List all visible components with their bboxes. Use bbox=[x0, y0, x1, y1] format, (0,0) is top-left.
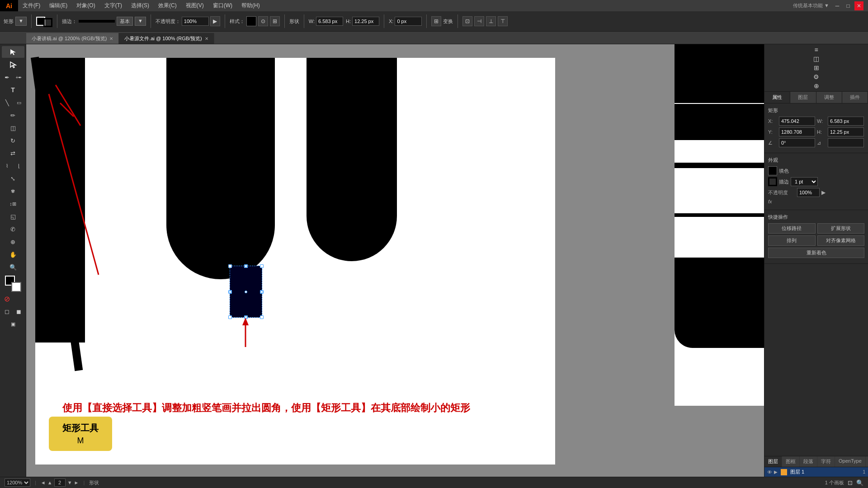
tool-direct-select[interactable] bbox=[2, 59, 24, 70]
btn-expand-shape[interactable]: 扩展形状 bbox=[817, 223, 865, 234]
nav-last[interactable]: ► bbox=[74, 480, 79, 485]
nav-first[interactable]: ◄ bbox=[41, 480, 46, 485]
btn-arrange[interactable]: 排列 bbox=[768, 235, 816, 246]
tool-text[interactable]: T bbox=[2, 84, 24, 96]
artboard-tool[interactable]: ▣ bbox=[2, 318, 24, 330]
opacity-input[interactable] bbox=[182, 17, 209, 26]
style-preview[interactable] bbox=[246, 16, 256, 26]
nav-prev[interactable]: ▲ bbox=[47, 480, 52, 485]
tool-hand[interactable]: ✋ bbox=[2, 249, 24, 260]
tool-line[interactable]: ╲ bbox=[2, 97, 13, 108]
stroke-weight-select[interactable]: 1 pt bbox=[791, 177, 818, 186]
tool-anchor[interactable]: +✒ bbox=[14, 71, 24, 83]
coord-h-input[interactable] bbox=[828, 127, 864, 136]
layers-tab-layers[interactable]: 图层 bbox=[764, 456, 782, 467]
style-options[interactable]: ⊙ bbox=[258, 16, 268, 26]
tab-1[interactable]: 小暑源文件.ai @ 100% (RGB/预览) ✕ bbox=[119, 33, 214, 44]
stroke-width-selector[interactable]: ▼ bbox=[135, 17, 146, 26]
angle-input[interactable] bbox=[779, 138, 815, 147]
selected-object[interactable] bbox=[230, 266, 262, 318]
stroke-style-selector[interactable]: 基本 bbox=[117, 17, 133, 26]
tool-eyedropper[interactable]: ✆ bbox=[2, 223, 24, 235]
tool-scale[interactable]: ⤡ bbox=[2, 173, 24, 184]
normal-view[interactable]: ◻ bbox=[2, 305, 13, 317]
background-color[interactable] bbox=[11, 282, 21, 292]
width-input[interactable] bbox=[316, 17, 343, 26]
opacity-toggle[interactable]: ▶ bbox=[210, 16, 220, 26]
layers-tab-frames[interactable]: 图框 bbox=[782, 456, 800, 467]
panel-tab-adjust[interactable]: 调整 bbox=[816, 92, 842, 103]
panel-tab-layers[interactable]: 图层 bbox=[790, 92, 816, 103]
handle-bl[interactable] bbox=[228, 315, 232, 319]
x-input[interactable] bbox=[395, 17, 422, 26]
menu-text[interactable]: 文字(T) bbox=[100, 0, 127, 11]
tool-rotate[interactable]: ↻ bbox=[2, 135, 24, 146]
coord-w-input[interactable] bbox=[828, 117, 864, 126]
gradient-color[interactable] bbox=[14, 293, 24, 305]
tool-width[interactable]: ⌇ bbox=[2, 160, 13, 172]
align-btn1[interactable]: ⊡ bbox=[462, 16, 472, 26]
menu-effect[interactable]: 效果(C) bbox=[154, 0, 181, 11]
maximize-button[interactable]: □ bbox=[844, 1, 853, 10]
coord-x-input[interactable] bbox=[779, 117, 815, 126]
handle-br[interactable] bbox=[260, 315, 264, 319]
tool-pen[interactable]: ✒ bbox=[2, 71, 13, 83]
layer-item-1[interactable]: 👁 ▶ 图层 1 1 bbox=[764, 467, 868, 477]
tab-0[interactable]: 小暑讲稿.ai @ 1200% (RGB/预览) ✕ bbox=[26, 33, 119, 44]
btn-align-pixel[interactable]: 对齐像素网格 bbox=[817, 235, 865, 246]
tab-0-close[interactable]: ✕ bbox=[109, 36, 113, 41]
btn-recolor[interactable]: 重新着色 bbox=[768, 248, 864, 258]
tool-pencil[interactable]: ✏ bbox=[2, 109, 24, 121]
tool-rect[interactable]: ▭ bbox=[14, 97, 24, 108]
layers-tab-char[interactable]: 字符 bbox=[817, 456, 835, 467]
tool-symbol[interactable]: ✾ bbox=[2, 185, 24, 197]
panel-icon-2[interactable]: ◫ bbox=[813, 55, 819, 62]
align-btn2[interactable]: ⊣ bbox=[474, 16, 484, 26]
panel-icon-3[interactable]: ⊞ bbox=[814, 64, 819, 71]
gpu-preview-btn[interactable]: ⊡ bbox=[848, 479, 853, 486]
panel-tab-properties[interactable]: 属性 bbox=[764, 92, 790, 103]
zoom-select[interactable]: 1200% 800% 400% 100% bbox=[5, 479, 30, 487]
menu-select[interactable]: 选择(S) bbox=[127, 0, 154, 11]
page-input[interactable] bbox=[54, 479, 66, 487]
tab-1-close[interactable]: ✕ bbox=[205, 36, 208, 41]
tool-gradient[interactable]: ◱ bbox=[2, 211, 24, 222]
menu-view[interactable]: 视图(V) bbox=[181, 0, 208, 11]
align-btn4[interactable]: ⊤ bbox=[498, 16, 508, 26]
nav-next[interactable]: ▼ bbox=[67, 480, 72, 485]
tool-eraser[interactable]: ◫ bbox=[2, 122, 24, 134]
tool-select[interactable] bbox=[2, 46, 24, 58]
tool-warp[interactable]: ⌊ bbox=[14, 160, 24, 172]
panel-icon-1[interactable]: ≡ bbox=[814, 46, 818, 53]
canvas-area[interactable]: 使用【直接选择工具】调整加粗竖笔画并拉出圆角，使用【矩形工具】在其底部绘制小的矩… bbox=[26, 44, 764, 477]
search-btn[interactable]: 🔍 bbox=[856, 479, 863, 486]
handle-tl[interactable] bbox=[228, 264, 232, 268]
shear-input[interactable] bbox=[828, 138, 864, 147]
shape-type-selector[interactable]: ▼ bbox=[15, 17, 27, 26]
layer-visibility-icon[interactable]: 👁 bbox=[767, 469, 772, 475]
shape-builder-icon[interactable]: ⊞ bbox=[270, 16, 280, 26]
menu-edit[interactable]: 编辑(E) bbox=[45, 0, 72, 11]
none-color[interactable]: ⊘ bbox=[2, 293, 13, 305]
tool-mirror[interactable]: ⇄ bbox=[2, 147, 24, 159]
layers-tab-para[interactable]: 段落 bbox=[800, 456, 817, 467]
btn-offset-path[interactable]: 位移路径 bbox=[768, 223, 816, 234]
tool-column[interactable]: ↕⊞ bbox=[2, 198, 24, 210]
height-input[interactable] bbox=[352, 17, 379, 26]
opacity-expand[interactable]: ▶ bbox=[821, 189, 826, 196]
stroke-color[interactable] bbox=[43, 18, 52, 27]
menu-window[interactable]: 窗口(W) bbox=[208, 0, 237, 11]
layer-expand-icon[interactable]: ▶ bbox=[774, 469, 778, 474]
coord-y-input[interactable] bbox=[779, 127, 815, 136]
menu-help[interactable]: 帮助(H) bbox=[237, 0, 264, 11]
tool-zoom[interactable]: 🔍 bbox=[2, 261, 24, 273]
layers-tab-ot[interactable]: OpenType bbox=[835, 456, 866, 467]
panel-icon-5[interactable]: ⊕ bbox=[814, 82, 819, 89]
align-btn3[interactable]: ⊥ bbox=[486, 16, 496, 26]
menu-file[interactable]: 文件(F) bbox=[18, 0, 45, 11]
close-button[interactable]: ✕ bbox=[854, 1, 863, 10]
draw-behind[interactable]: ◼ bbox=[14, 305, 24, 317]
fill-swatch[interactable] bbox=[768, 166, 777, 175]
panel-icon-4[interactable]: ⚙ bbox=[813, 73, 819, 80]
menu-object[interactable]: 对象(O) bbox=[72, 0, 99, 11]
